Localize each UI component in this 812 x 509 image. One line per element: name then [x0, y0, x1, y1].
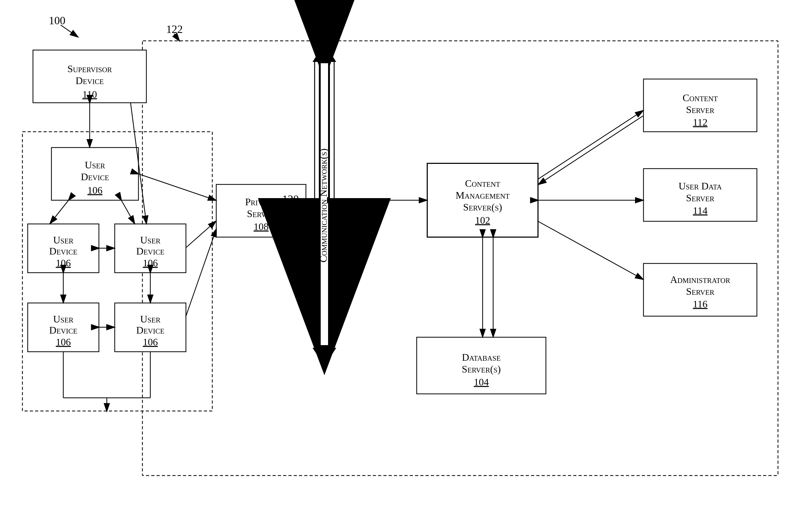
user-device-midright-label-2: Device: [136, 245, 164, 257]
svg-line-4: [61, 25, 78, 37]
user-device-botleft-label-2: Device: [49, 325, 77, 336]
user-device-top-label-1: User: [85, 159, 105, 170]
content-mgmt-label-3: Server(s): [463, 202, 502, 213]
ref-100-label: 100: [49, 14, 65, 27]
content-server-label-2: Server: [686, 104, 714, 115]
database-server-ref: 104: [474, 376, 489, 387]
content-server-ref: 112: [693, 117, 708, 128]
admin-server-label-2: Server: [686, 286, 714, 297]
user-device-botright-label-2: Device: [136, 325, 164, 336]
svg-line-22: [50, 200, 69, 224]
admin-server-ref: 116: [693, 299, 708, 310]
user-device-midright-label-1: User: [140, 235, 161, 245]
user-device-top-label-2: Device: [81, 171, 109, 182]
ref-120-label: 120: [282, 193, 299, 205]
user-data-server-ref: 114: [693, 205, 708, 216]
privacy-server-label-1: Privacy: [245, 196, 277, 207]
svg-line-15: [138, 174, 216, 200]
supervisor-device-label-2: Device: [76, 75, 104, 86]
user-device-botright-label-1: User: [140, 313, 161, 325]
supervisor-device-label-1: Supervisor: [67, 63, 112, 74]
user-device-botleft-label-1: User: [53, 313, 73, 325]
database-server-label-1: Database: [462, 352, 501, 363]
user-device-midleft-label-1: User: [53, 235, 73, 245]
svg-line-30: [538, 111, 643, 179]
comm-network-label: Communication Network(s): [318, 148, 329, 263]
svg-line-17: [186, 229, 216, 316]
svg-line-33: [538, 221, 643, 279]
content-mgmt-label-2: Management: [456, 190, 510, 201]
diagram-container: 100 122 Supervisor Device 110 User Devic…: [0, 0, 812, 509]
privacy-server-label-2: Server: [247, 208, 275, 219]
database-server-label-2: Server(s): [462, 364, 501, 375]
supervisor-device-ref: 110: [82, 89, 97, 100]
user-data-server-label-2: Server: [686, 192, 714, 203]
svg-marker-8: [313, 43, 336, 62]
content-mgmt-ref: 102: [475, 215, 490, 226]
privacy-server-ref: 108: [254, 221, 269, 232]
user-device-midleft-label-2: Device: [49, 245, 77, 257]
user-data-server-label-1: User Data: [679, 180, 722, 192]
user-device-midright-ref: 106: [143, 258, 158, 268]
user-device-midleft-ref: 106: [56, 258, 71, 268]
user-device-botright-ref: 106: [143, 336, 158, 347]
svg-line-23: [121, 200, 134, 224]
user-device-top-ref: 106: [88, 185, 102, 196]
content-server-label-1: Content: [683, 92, 718, 103]
svg-line-31: [538, 116, 643, 184]
user-device-botleft-ref: 106: [56, 336, 71, 347]
content-mgmt-label-1: Content: [465, 178, 500, 189]
ref-122-label: 122: [166, 23, 183, 35]
admin-server-label-1: Administrator: [670, 274, 730, 285]
svg-marker-9: [313, 348, 336, 366]
